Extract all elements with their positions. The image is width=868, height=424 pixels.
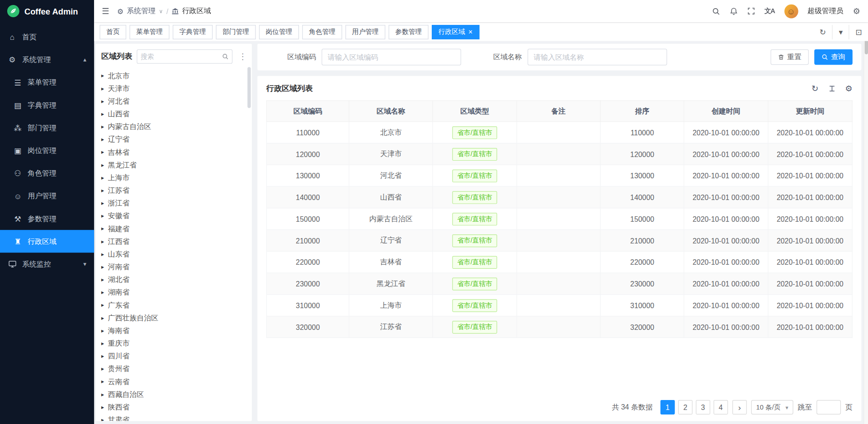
region-code-input[interactable] [321, 49, 461, 66]
breadcrumb-section[interactable]: 系统管理 [127, 6, 156, 16]
page-number-button[interactable]: 3 [696, 400, 710, 414]
sidebar-subitem[interactable]: ⚇ 角色管理 [0, 162, 94, 185]
tab[interactable]: 菜单管理 × [130, 24, 170, 39]
sidebar-subitem[interactable]: ⚒ 参数管理 [0, 207, 94, 230]
table-row[interactable]: 120000 天津市 省市/直辖市 120000 2020-10-01 00:0… [267, 143, 853, 165]
caret-right-icon[interactable]: ▸ [101, 213, 104, 219]
caret-right-icon[interactable]: ▸ [101, 137, 104, 142]
app-logo[interactable]: Coffee Admin [0, 0, 94, 22]
caret-right-icon[interactable]: ▸ [101, 277, 104, 282]
caret-right-icon[interactable]: ▸ [101, 111, 104, 117]
tree-item[interactable]: ▸ 湖北省 [96, 273, 252, 286]
table-row[interactable]: 310000 上海市 省市/直辖市 310000 2020-10-01 00:0… [267, 295, 853, 316]
page-number-button[interactable]: 2 [678, 400, 693, 414]
tab[interactable]: 角色管理 × [302, 24, 342, 39]
caret-right-icon[interactable]: ▸ [101, 73, 104, 78]
page-size-select[interactable]: 10 条/页 ▾ [751, 400, 793, 414]
tree-item[interactable]: ▸ 黑龙江省 [96, 158, 252, 171]
table-row[interactable]: 220000 吉林省 省市/直辖市 220000 2020-10-01 00:0… [267, 251, 853, 273]
search-icon[interactable] [712, 7, 720, 15]
caret-right-icon[interactable]: ▸ [101, 404, 104, 410]
tree-item[interactable]: ▸ 山东省 [96, 248, 252, 260]
caret-right-icon[interactable]: ▸ [101, 98, 104, 104]
tree-item[interactable]: ▸ 河南省 [96, 261, 252, 273]
tree-item[interactable]: ▸ 甘肃省 [96, 413, 252, 421]
density-icon[interactable] [828, 85, 835, 92]
refresh-tabs-icon[interactable]: ↻ [813, 24, 832, 39]
tree-item[interactable]: ▸ 海南省 [96, 324, 252, 337]
caret-right-icon[interactable]: ▸ [101, 379, 104, 384]
search-button[interactable]: 查询 [814, 49, 852, 65]
sidebar-subitem[interactable]: ▣ 岗位管理 [0, 139, 94, 162]
search-icon[interactable] [222, 53, 229, 60]
tree-item[interactable]: ▸ 上海市 [96, 171, 252, 184]
caret-right-icon[interactable]: ▸ [101, 251, 104, 257]
tree-item[interactable]: ▸ 浙江省 [96, 197, 252, 210]
tab[interactable]: 用户管理 × [345, 24, 385, 39]
caret-right-icon[interactable]: ▸ [101, 86, 104, 91]
tree-item[interactable]: ▸ 四川省 [96, 350, 252, 362]
caret-right-icon[interactable]: ▸ [101, 315, 104, 320]
table-row[interactable]: 230000 黑龙江省 省市/直辖市 230000 2020-10-01 00:… [267, 273, 853, 295]
tree-item[interactable]: ▸ 广东省 [96, 299, 252, 311]
table-row[interactable]: 130000 河北省 省市/直辖市 130000 2020-10-01 00:0… [267, 165, 853, 186]
tree-item[interactable]: ▸ 安徽省 [96, 210, 252, 222]
tree-item[interactable]: ▸ 内蒙古自治区 [96, 120, 252, 133]
tree-item[interactable]: ▸ 陕西省 [96, 400, 252, 413]
tab[interactable]: 参数管理 × [389, 24, 429, 39]
caret-right-icon[interactable]: ▸ [101, 149, 104, 155]
caret-right-icon[interactable]: ▸ [101, 175, 104, 180]
tree-item[interactable]: ▸ 重庆市 [96, 337, 252, 349]
avatar[interactable]: ☺ [784, 4, 798, 18]
sidebar-subitem[interactable]: ⁂ 部门管理 [0, 116, 94, 139]
tree-item[interactable]: ▸ 贵州省 [96, 362, 252, 375]
page-number-button[interactable]: 1 [660, 400, 675, 414]
caret-right-icon[interactable]: ▸ [101, 391, 104, 397]
caret-right-icon[interactable]: ▸ [101, 226, 104, 231]
caret-right-icon[interactable]: ▸ [101, 340, 104, 346]
caret-right-icon[interactable]: ▸ [101, 302, 104, 308]
table-row[interactable]: 140000 山西省 省市/直辖市 140000 2020-10-01 00:0… [267, 186, 853, 208]
settings-gear-icon[interactable]: ⚙ [853, 6, 860, 16]
caret-right-icon[interactable]: ▸ [101, 187, 104, 193]
tab[interactable]: 字典管理 × [173, 24, 212, 39]
tabs-menu-chevron-icon[interactable]: ▾ [832, 24, 849, 39]
page-number-button[interactable]: 4 [713, 400, 728, 414]
caret-right-icon[interactable]: ▸ [101, 264, 104, 269]
caret-right-icon[interactable]: ▸ [101, 124, 104, 129]
fullscreen-icon[interactable] [747, 7, 755, 15]
sidebar-subitem[interactable]: ♜ 行政区域 [0, 230, 94, 252]
sidebar-subitem[interactable]: ☺ 用户管理 [0, 185, 94, 207]
caret-right-icon[interactable]: ▸ [101, 238, 104, 244]
layout-toggle-icon[interactable]: ⊡ [849, 24, 868, 39]
tab[interactable]: 部门管理 × [216, 24, 256, 39]
user-name[interactable]: 超级管理员 [807, 6, 844, 16]
translate-icon[interactable]: 文A [764, 6, 775, 16]
reset-button[interactable]: 重置 [771, 49, 809, 65]
tree-item[interactable]: ▸ 广西壮族自治区 [96, 311, 252, 324]
table-row[interactable]: 320000 江苏省 省市/直辖市 320000 2020-10-01 00:0… [267, 316, 853, 338]
sidebar-subitem[interactable]: ☰ 菜单管理 [0, 71, 94, 94]
sidebar-item-home[interactable]: ⌂ 首页 [0, 25, 94, 48]
caret-right-icon[interactable]: ▸ [101, 200, 104, 206]
sidebar-item-system[interactable]: ⚙ 系统管理 ▴ [0, 48, 94, 71]
tab[interactable]: 行政区域 × [432, 24, 479, 39]
sidebar-subitem[interactable]: ▤ 字典管理 [0, 94, 94, 116]
tree-item[interactable]: ▸ 西藏自治区 [96, 388, 252, 400]
tree-item[interactable]: ▸ 河北省 [96, 95, 252, 107]
table-row[interactable]: 110000 北京市 省市/直辖市 110000 2020-10-01 00:0… [267, 122, 853, 143]
table-row[interactable]: 210000 辽宁省 省市/直辖市 210000 2020-10-01 00:0… [267, 230, 853, 252]
tree-item[interactable]: ▸ 吉林省 [96, 146, 252, 158]
caret-right-icon[interactable]: ▸ [101, 353, 104, 359]
table-row[interactable]: 150000 内蒙古自治区 省市/直辖市 150000 2020-10-01 0… [267, 208, 853, 230]
bell-icon[interactable] [730, 7, 738, 15]
caret-right-icon[interactable]: ▸ [101, 366, 104, 372]
tree-item[interactable]: ▸ 湖南省 [96, 286, 252, 299]
caret-right-icon[interactable]: ▸ [101, 417, 104, 421]
collapse-sidebar-icon[interactable]: ☰ [102, 6, 109, 16]
jump-page-input[interactable] [816, 400, 841, 414]
window-scrollbar[interactable] [863, 22, 868, 424]
tree-item[interactable]: ▸ 北京市 [96, 69, 252, 82]
refresh-table-icon[interactable]: ↻ [811, 84, 818, 94]
caret-right-icon[interactable]: ▸ [101, 290, 104, 295]
